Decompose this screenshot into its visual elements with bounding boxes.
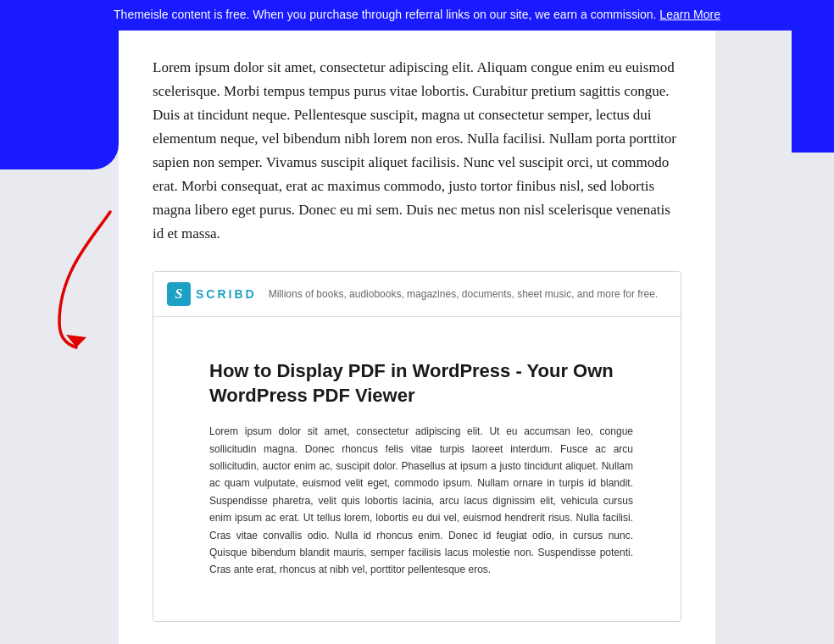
main-content-area: Lorem ipsum dolor sit amet, consectetur … xyxy=(119,31,715,644)
scribd-tagline: Millions of books, audiobooks, magazines… xyxy=(269,288,659,300)
scribd-document-preview: How to Display PDF in WordPress - Your O… xyxy=(153,317,681,621)
scribd-embed-container: S SCRIBD Millions of books, audiobooks, … xyxy=(153,271,681,622)
scribd-document-inner: How to Display PDF in WordPress - Your O… xyxy=(209,359,633,579)
main-paragraph: Lorem ipsum dolor sit amet, consectetur … xyxy=(153,56,681,246)
notification-bar: Themeisle content is free. When you purc… xyxy=(0,0,834,31)
red-arrow xyxy=(42,203,178,356)
scribd-name: SCRIBD xyxy=(196,287,257,301)
document-body: Lorem ipsum dolor sit amet, consectetur … xyxy=(209,423,633,579)
document-title: How to Display PDF in WordPress - Your O… xyxy=(209,359,633,408)
scribd-logo: S SCRIBD xyxy=(167,282,257,306)
scribd-header: S SCRIBD Millions of books, audiobooks, … xyxy=(153,272,681,317)
notification-text: Themeisle content is free. When you purc… xyxy=(114,8,656,21)
learn-more-link[interactable]: Learn More xyxy=(659,8,720,21)
